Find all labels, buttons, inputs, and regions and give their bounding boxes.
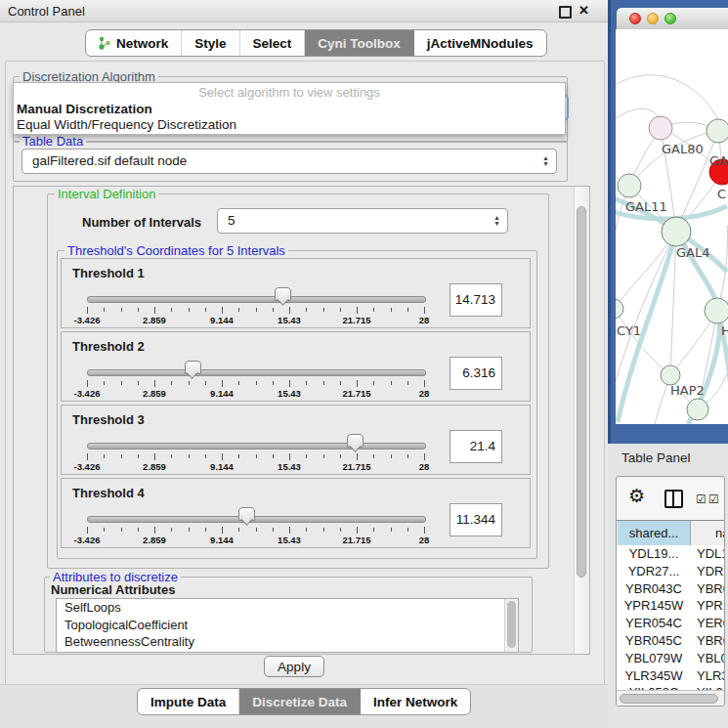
close-icon[interactable]: ✕ bbox=[578, 3, 589, 18]
network-node[interactable] bbox=[649, 116, 672, 140]
slider-thumb[interactable] bbox=[238, 507, 255, 521]
algorithm-option-equal-width[interactable]: Equal Width/Frequency Discretization bbox=[14, 117, 565, 133]
tick-mark bbox=[273, 308, 274, 312]
zoom-traffic-light[interactable] bbox=[664, 13, 676, 24]
algorithm-option-manual[interactable]: Manual Discretization bbox=[14, 102, 565, 117]
column-header-name[interactable]: na bbox=[715, 521, 725, 545]
table-row[interactable]: YBR045CYBR0 bbox=[617, 632, 725, 650]
gear-icon[interactable]: ⚙ bbox=[628, 485, 645, 507]
cell-shared-name: YLR345W bbox=[618, 667, 690, 685]
slider-thumb[interactable] bbox=[185, 361, 201, 374]
apply-button[interactable]: Apply bbox=[264, 656, 324, 677]
table-row[interactable]: YBL079WYBL0 bbox=[617, 650, 725, 667]
tick-mark bbox=[238, 528, 239, 532]
slider-track[interactable] bbox=[87, 443, 426, 450]
slider-track[interactable] bbox=[87, 296, 426, 303]
interval-count-combo[interactable]: 5 ▲▼ bbox=[217, 208, 508, 234]
slider-thumb[interactable] bbox=[275, 287, 291, 301]
network-canvas[interactable]: GAL80GACGAL11GAL4GCY1HHAP2 bbox=[616, 29, 728, 424]
table-row[interactable]: YBR043CYBR0 bbox=[617, 580, 725, 598]
threshold-value-field[interactable]: 21.4 bbox=[450, 430, 502, 463]
tab-infer-network[interactable]: Infer Network bbox=[361, 689, 470, 714]
horizontal-scrollbar-thumb[interactable] bbox=[620, 694, 718, 704]
vertical-scrollbar-thumb[interactable] bbox=[577, 206, 586, 578]
tick-mark bbox=[391, 454, 392, 458]
table-row[interactable]: YDR27...YDR2 bbox=[617, 563, 725, 580]
list-scrollbar-thumb[interactable] bbox=[507, 601, 516, 648]
threshold-row: Threshold 1-3.4262.8599.14415.4321.71528… bbox=[61, 258, 531, 328]
checkbox-checked-icon[interactable]: ☑ bbox=[696, 492, 707, 506]
tick-mark bbox=[104, 528, 105, 532]
tab-network[interactable]: Network bbox=[86, 30, 182, 56]
table-row[interactable]: YER054CYER0 bbox=[617, 615, 725, 632]
tick-label: 21.715 bbox=[334, 461, 379, 472]
table-row[interactable]: YPR145WYPR1 bbox=[617, 597, 725, 615]
threshold-value-field[interactable]: 14.713 bbox=[450, 283, 502, 317]
vertical-scrollbar[interactable] bbox=[574, 187, 589, 654]
close-traffic-light[interactable] bbox=[629, 13, 641, 24]
threshold-slider[interactable]: -3.4262.8599.14415.4321.71528 bbox=[87, 406, 426, 476]
slider-ticks bbox=[87, 307, 424, 315]
tick-mark bbox=[407, 454, 408, 458]
tick-label: 9.144 bbox=[199, 535, 244, 545]
tick-label: -3.426 bbox=[64, 315, 109, 325]
network-graph[interactable]: GAL80GACGAL11GAL4GCY1HHAP2 bbox=[616, 29, 728, 424]
slider-tick-labels: -3.4262.8599.14415.4321.71528 bbox=[87, 535, 424, 546]
float-icon[interactable] bbox=[559, 6, 572, 19]
tick-mark bbox=[273, 454, 274, 458]
table-row[interactable]: YLR345WYLR3 bbox=[617, 667, 725, 685]
network-node[interactable] bbox=[618, 174, 641, 197]
slider-track[interactable] bbox=[87, 369, 426, 376]
tab-discretize-data[interactable]: Discretize Data bbox=[239, 689, 361, 714]
network-node[interactable] bbox=[707, 119, 728, 143]
tick-label: -3.426 bbox=[64, 535, 109, 545]
table-data-combo-value: galFiltered.sif default node bbox=[32, 153, 187, 168]
tab-cyni-toolbox[interactable]: Cyni Toolbox bbox=[305, 30, 414, 56]
attributes-listbox[interactable]: SelfLoopsTopologicalCoefficientBetweenne… bbox=[56, 598, 519, 653]
column-header-shared-name[interactable]: shared... bbox=[618, 521, 691, 545]
slider-ticks bbox=[87, 380, 424, 388]
attribute-list-item[interactable]: TopologicalCoefficient bbox=[57, 617, 518, 634]
horizontal-scrollbar[interactable] bbox=[617, 690, 725, 707]
tick-mark bbox=[357, 453, 358, 460]
threshold-value-field[interactable]: 6.316 bbox=[450, 357, 502, 390]
checkbox-checked-icon[interactable]: ☑ bbox=[708, 492, 719, 506]
network-node[interactable] bbox=[705, 298, 728, 323]
tick-mark bbox=[424, 527, 425, 534]
tick-label: 15.43 bbox=[267, 315, 312, 325]
tick-mark bbox=[222, 380, 223, 387]
network-node[interactable] bbox=[661, 365, 680, 385]
attribute-list-item[interactable]: BetweennessCentrality bbox=[57, 633, 518, 651]
tab-label: Impute Data bbox=[150, 695, 226, 709]
tick-mark bbox=[424, 307, 425, 314]
network-node[interactable] bbox=[687, 399, 708, 420]
threshold-stack: Threshold 1-3.4262.8599.14415.4321.71528… bbox=[61, 258, 531, 551]
table-row[interactable]: YDL19...YDL1 bbox=[617, 545, 725, 563]
tab-jactivemnodules[interactable]: jActiveMNodules bbox=[414, 30, 546, 56]
tick-mark bbox=[121, 308, 122, 312]
tab-impute-data[interactable]: Impute Data bbox=[138, 689, 239, 714]
slider-thumb[interactable] bbox=[347, 434, 364, 448]
slider-track[interactable] bbox=[87, 516, 426, 523]
list-scrollbar[interactable] bbox=[504, 599, 518, 652]
tab-style[interactable]: Style bbox=[182, 30, 239, 56]
threshold-slider[interactable]: -3.4262.8599.14415.4321.71528 bbox=[87, 332, 426, 403]
split-columns-icon[interactable] bbox=[664, 490, 683, 508]
table-data-combo[interactable]: galFiltered.sif default node ▲▼ bbox=[21, 149, 557, 174]
threshold-slider[interactable]: -3.4262.8599.14415.4321.71528 bbox=[87, 259, 426, 329]
tab-label: Cyni Toolbox bbox=[318, 36, 401, 51]
network-node[interactable] bbox=[616, 299, 623, 319]
cell-name: YBR0 bbox=[697, 632, 725, 650]
network-node-label: GAL80 bbox=[662, 142, 704, 156]
minimize-traffic-light[interactable] bbox=[647, 13, 659, 24]
spinner-arrows-icon: ▲▼ bbox=[493, 215, 500, 227]
threshold-slider[interactable]: -3.4262.8599.14415.4321.71528 bbox=[87, 479, 426, 549]
threshold-value-field[interactable]: 11.344 bbox=[450, 503, 502, 536]
tick-mark bbox=[154, 380, 155, 387]
tick-mark bbox=[189, 381, 190, 385]
attribute-list-item[interactable]: SelfLoops bbox=[57, 599, 518, 617]
tick-mark bbox=[323, 308, 324, 312]
tab-select[interactable]: Select bbox=[240, 30, 306, 56]
network-node[interactable] bbox=[662, 217, 691, 246]
threshold-row: Threshold 3-3.4262.8599.14415.4321.71528… bbox=[61, 405, 531, 475]
